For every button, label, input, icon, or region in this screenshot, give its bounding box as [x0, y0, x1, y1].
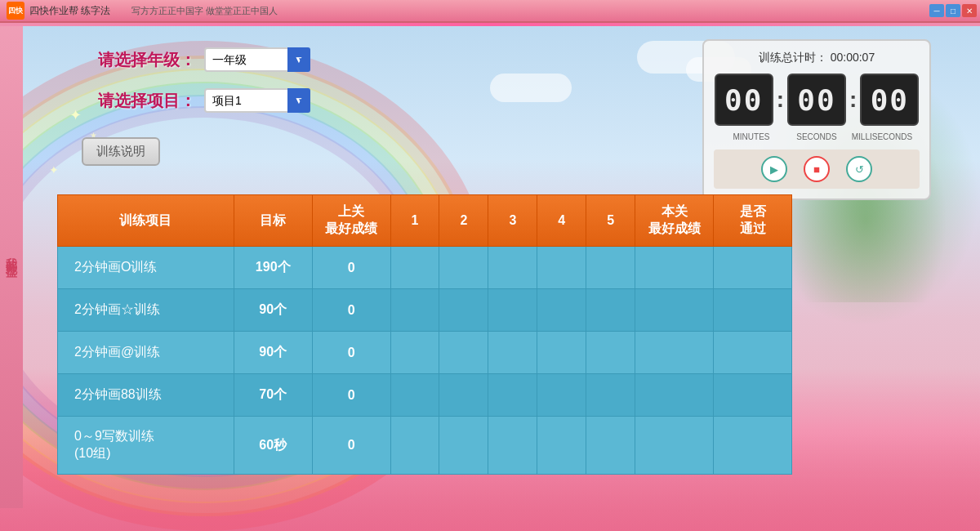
timer-stop-button[interactable]: ■: [804, 156, 830, 182]
row3-c2: [439, 332, 488, 374]
row2-this-best: [635, 289, 714, 332]
row1-this-best: [635, 247, 714, 289]
table-row: 2分钟画O训练 190个 0: [58, 247, 792, 289]
row2-c4: [537, 289, 586, 332]
row3-c5: [586, 332, 635, 374]
row5-name: 0～9写数训练 (10组): [58, 417, 234, 475]
sidebar-label: 我的地盘: [4, 248, 19, 261]
row2-c3: [488, 289, 537, 332]
timer-play-button[interactable]: ▶: [761, 156, 787, 182]
col-header-name: 训练项目: [58, 195, 234, 247]
left-sidebar: 我的地盘: [0, 0, 23, 508]
row1-target: 190个: [234, 247, 312, 289]
row3-target: 90个: [234, 332, 312, 374]
row4-best: 0: [312, 374, 390, 417]
row3-best: 0: [312, 332, 390, 374]
row1-name: 2分钟画O训练: [58, 247, 234, 289]
grade-select-wrapper[interactable]: 一年级 二年级 三年级 ▼: [204, 47, 310, 72]
col-header-pass: 是否 通过: [714, 195, 792, 247]
row5-this-best: [635, 417, 714, 475]
row2-c2: [439, 289, 488, 332]
timer-display: 00 : 00 : 00: [714, 74, 920, 126]
row4-this-best: [635, 374, 714, 417]
project-select-wrapper[interactable]: 项目1 项目2 ▼: [204, 88, 310, 113]
row1-c4: [537, 247, 586, 289]
timer-seconds: 00: [787, 74, 846, 126]
timer-labels: MINUTES SECONDS MILLISECONDS: [714, 132, 920, 141]
project-label: 请选择项目：: [82, 90, 196, 112]
row3-c4: [537, 332, 586, 374]
minimize-button[interactable]: ─: [929, 4, 944, 17]
stop-icon: ■: [813, 163, 820, 176]
row1-c1: [390, 247, 439, 289]
row2-best: 0: [312, 289, 390, 332]
seconds-label: SECONDS: [784, 132, 849, 141]
row1-pass: [714, 247, 792, 289]
col-header-this-best: 本关 最好成绩: [635, 195, 714, 247]
row3-pass: [714, 332, 792, 374]
logo-text: 四快: [8, 6, 23, 16]
timer-time-display: 00:00:07: [831, 51, 875, 64]
row1-best: 0: [312, 247, 390, 289]
table-row: 2分钟画@训练 90个 0: [58, 332, 792, 374]
project-row: 请选择项目： 项目1 项目2 ▼: [82, 88, 310, 113]
table-body: 2分钟画O训练 190个 0 2分钟画☆训练 90个 0: [58, 247, 792, 475]
top-border: [0, 23, 980, 26]
train-instructions-button[interactable]: 训练说明: [82, 137, 160, 166]
col-header-4: 4: [537, 195, 586, 247]
timer-colon-2: :: [849, 87, 857, 113]
timer-milliseconds: 00: [860, 74, 919, 126]
col-header-3: 3: [488, 195, 537, 247]
table-area: 训练项目 目标 上关 最好成绩 1 2 3 4 5 本关 最好成绩 是否 通过 …: [57, 194, 792, 475]
grade-label: 请选择年级：: [82, 49, 196, 71]
timer-title-text: 训练总计时：: [759, 51, 827, 64]
col-header-last-best: 上关 最好成绩: [312, 195, 390, 247]
row1-c2: [439, 247, 488, 289]
table-row: 2分钟画☆训练 90个 0: [58, 289, 792, 332]
titlebar-subtitle: 写方方正正中国字 做堂堂正正中国人: [131, 5, 278, 17]
row4-c1: [390, 374, 439, 417]
training-table: 训练项目 目标 上关 最好成绩 1 2 3 4 5 本关 最好成绩 是否 通过 …: [57, 194, 792, 475]
timer-reset-button[interactable]: ↺: [846, 156, 872, 182]
row3-name: 2分钟画@训练: [58, 332, 234, 374]
row5-target: 60秒: [234, 417, 312, 475]
row4-c3: [488, 374, 537, 417]
maximize-button[interactable]: □: [946, 4, 960, 17]
app-name: 四快作业帮 练字法: [29, 4, 110, 18]
main-content: 请选择年级： 一年级 二年级 三年级 ▼ 请选择项目： 项目1 项目2 ▼ 训练…: [0, 23, 980, 531]
row4-name: 2分钟画88训练: [58, 374, 234, 417]
row5-best: 0: [312, 417, 390, 475]
timer-title: 训练总计时： 00:00:07: [714, 51, 920, 65]
row4-pass: [714, 374, 792, 417]
close-button[interactable]: ✕: [962, 4, 977, 17]
row5-c4: [537, 417, 586, 475]
reset-icon: ↺: [855, 163, 864, 176]
row5-c2: [439, 417, 488, 475]
row5-c1: [390, 417, 439, 475]
app-logo: 四快: [7, 2, 24, 20]
controls-area: 请选择年级： 一年级 二年级 三年级 ▼ 请选择项目： 项目1 项目2 ▼ 训练…: [82, 47, 310, 166]
col-header-1: 1: [390, 195, 439, 247]
row2-name: 2分钟画☆训练: [58, 289, 234, 332]
milliseconds-label: MILLISECONDS: [849, 132, 915, 141]
row4-c5: [586, 374, 635, 417]
titlebar: 四快 四快作业帮 练字法 写方方正正中国字 做堂堂正正中国人 ─ □ ✕: [0, 0, 980, 23]
row3-this-best: [635, 332, 714, 374]
row3-c1: [390, 332, 439, 374]
window-controls: ─ □ ✕: [929, 4, 980, 17]
row5-c5: [586, 417, 635, 475]
row4-c2: [439, 374, 488, 417]
grade-row: 请选择年级： 一年级 二年级 三年级 ▼: [82, 47, 310, 72]
grade-dropdown-icon: ▼: [287, 47, 310, 72]
row2-c1: [390, 289, 439, 332]
row4-c4: [537, 374, 586, 417]
table-row: 2分钟画88训练 70个 0: [58, 374, 792, 417]
play-icon: ▶: [770, 163, 778, 176]
row5-c3: [488, 417, 537, 475]
row5-pass: [714, 417, 792, 475]
col-header-5: 5: [586, 195, 635, 247]
table-header-row: 训练项目 目标 上关 最好成绩 1 2 3 4 5 本关 最好成绩 是否 通过: [58, 195, 792, 247]
timer-controls: ▶ ■ ↺: [714, 149, 920, 189]
col-header-2: 2: [439, 195, 488, 247]
row3-c3: [488, 332, 537, 374]
